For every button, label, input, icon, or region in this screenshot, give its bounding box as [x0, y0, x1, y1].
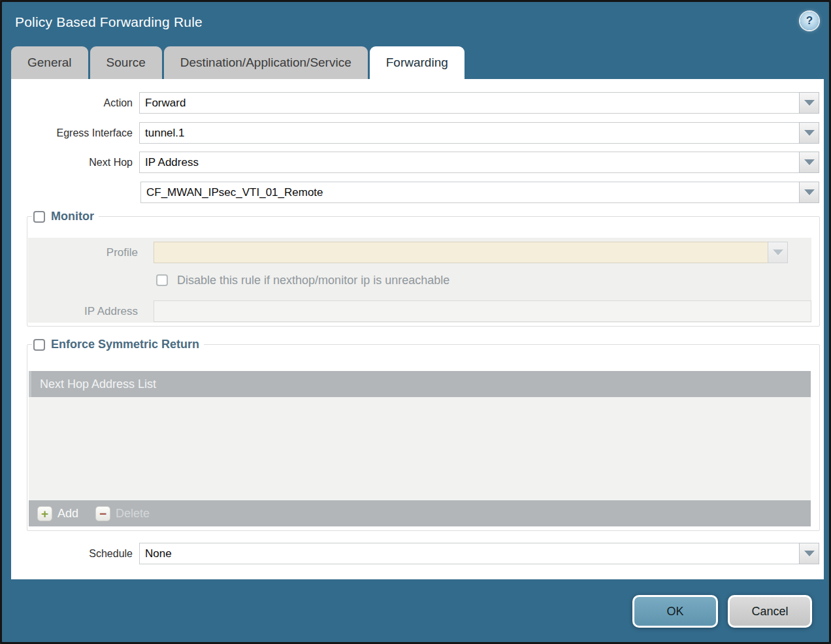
monitor-legend: Monitor: [32, 210, 99, 223]
enforce-symmetric-return-checkbox[interactable]: [33, 339, 45, 351]
disable-rule-checkbox[interactable]: [156, 274, 168, 286]
next-hop-address-combobox[interactable]: CF_MWAN_IPsec_VTI_01_Remote: [140, 182, 819, 203]
tab-panel-forwarding: Action Forward Egress Interface tunnel.1…: [11, 79, 824, 579]
action-value[interactable]: Forward: [139, 92, 799, 114]
next-hop-dropdown-button[interactable]: [799, 152, 819, 173]
tab-source[interactable]: Source: [90, 46, 162, 79]
chevron-down-icon: [804, 551, 815, 556]
egress-interface-combobox[interactable]: tunnel.1: [139, 122, 819, 144]
dialog-titlebar: Policy Based Forwarding Rule ?: [2, 2, 829, 44]
plus-icon: +: [37, 506, 52, 521]
cancel-button[interactable]: Cancel: [728, 595, 812, 628]
profile-combobox[interactable]: [154, 242, 788, 263]
action-row: Action Forward: [11, 92, 819, 114]
delete-button-label: Delete: [116, 507, 150, 521]
action-dropdown-button[interactable]: [799, 92, 819, 114]
profile-dropdown-button[interactable]: [768, 242, 788, 263]
monitor-ip-address-label: IP Address: [28, 305, 154, 318]
disable-rule-label: Disable this rule if nexthop/monitor ip …: [177, 274, 449, 287]
schedule-value[interactable]: None: [139, 543, 799, 564]
disable-rule-row: Disable this rule if nexthop/monitor ip …: [156, 272, 811, 289]
chevron-down-icon: [804, 100, 815, 106]
help-icon[interactable]: ?: [800, 12, 819, 30]
schedule-row: Schedule None: [11, 543, 819, 564]
dialog-footer: OK Cancel: [632, 595, 812, 628]
ok-button[interactable]: OK: [632, 595, 718, 628]
profile-row: Profile: [28, 242, 811, 263]
profile-label: Profile: [28, 246, 154, 259]
tab-bar: General Source Destination/Application/S…: [11, 46, 464, 79]
schedule-combobox[interactable]: None: [139, 543, 819, 564]
next-hop-row: Next Hop IP Address: [11, 152, 819, 173]
next-hop-value[interactable]: IP Address: [139, 152, 799, 173]
pbf-rule-dialog: Policy Based Forwarding Rule ? General S…: [0, 0, 831, 644]
next-hop-address-dropdown-button[interactable]: [799, 182, 819, 203]
schedule-label: Schedule: [11, 548, 139, 560]
delete-button[interactable]: − Delete: [95, 506, 150, 521]
tab-destination-application-service[interactable]: Destination/Application/Service: [164, 46, 368, 79]
egress-interface-label: Egress Interface: [11, 127, 139, 139]
symmetric-return-group: Enforce Symmetric Return Next Hop Addres…: [27, 338, 820, 531]
monitor-checkbox[interactable]: [33, 211, 45, 223]
dialog-title: Policy Based Forwarding Rule: [15, 14, 203, 30]
action-label: Action: [11, 97, 139, 109]
monitor-group: Monitor Profile Disable this rule if nex…: [27, 210, 820, 327]
egress-interface-value[interactable]: tunnel.1: [139, 122, 799, 144]
table-toolbar: + Add − Delete: [29, 500, 811, 526]
monitor-ip-address-row: IP Address: [28, 300, 811, 322]
profile-value[interactable]: [154, 242, 768, 263]
chevron-down-icon: [804, 130, 815, 136]
symmetric-return-legend-label: Enforce Symmetric Return: [51, 338, 199, 351]
schedule-dropdown-button[interactable]: [799, 543, 819, 564]
next-hop-address-row: CF_MWAN_IPsec_VTI_01_Remote: [12, 182, 819, 203]
monitor-ip-address-input[interactable]: [154, 300, 811, 322]
next-hop-combobox[interactable]: IP Address: [139, 152, 819, 173]
chevron-down-icon: [804, 159, 815, 165]
next-hop-address-value[interactable]: CF_MWAN_IPsec_VTI_01_Remote: [140, 182, 799, 203]
chevron-down-icon: [773, 250, 783, 255]
egress-interface-row: Egress Interface tunnel.1: [11, 122, 819, 144]
add-button-label: Add: [57, 507, 78, 521]
egress-interface-dropdown-button[interactable]: [799, 122, 819, 144]
minus-icon: −: [95, 506, 110, 521]
symmetric-return-legend: Enforce Symmetric Return: [32, 338, 204, 351]
monitor-panel: Profile Disable this rule if nexthop/mon…: [28, 238, 811, 323]
action-combobox[interactable]: Forward: [139, 92, 819, 114]
next-hop-address-table: Next Hop Address List + Add − Delete: [29, 371, 811, 526]
next-hop-label: Next Hop: [11, 157, 139, 169]
tab-general[interactable]: General: [11, 46, 88, 79]
tab-forwarding[interactable]: Forwarding: [370, 46, 464, 79]
next-hop-address-list-body[interactable]: [29, 397, 811, 500]
monitor-legend-label: Monitor: [51, 210, 94, 223]
next-hop-address-list-header: Next Hop Address List: [29, 371, 811, 397]
add-button[interactable]: + Add: [37, 506, 78, 521]
chevron-down-icon: [804, 189, 815, 195]
